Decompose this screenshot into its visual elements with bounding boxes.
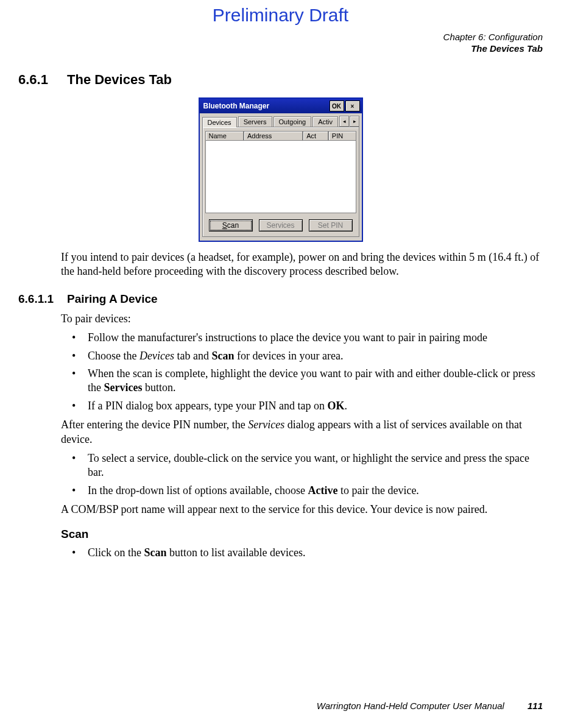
com-paragraph: A COM/BSP port name will appear next to …	[61, 503, 543, 517]
col-name[interactable]: Name	[205, 131, 244, 141]
screenshot-container: Bluetooth Manager OK × Devices Servers O…	[18, 97, 543, 242]
scan-button[interactable]: Scan	[209, 219, 253, 231]
page-footer: Warrington Hand-Held Computer User Manua…	[18, 701, 543, 711]
list-item: To select a service, double-click on the…	[72, 451, 543, 480]
tab-devices[interactable]: Devices	[202, 117, 237, 127]
intro-paragraph: If you intend to pair devices (a headset…	[61, 250, 543, 279]
heading-title: The Devices Tab	[67, 72, 172, 87]
window-titlebar: Bluetooth Manager OK ×	[200, 99, 362, 113]
tab-scroll-left-icon[interactable]: ◂	[339, 116, 349, 127]
list-item: When the scan is complete, highlight the…	[72, 367, 543, 395]
heading-number: 6.6.1	[18, 72, 67, 88]
list-item: In the drop-down list of options availab…	[72, 484, 543, 498]
scan-steps-list: Click on the Scan button to list availab…	[72, 546, 543, 560]
col-pin[interactable]: PIN	[328, 131, 356, 141]
set-pin-button[interactable]: Set PIN	[309, 219, 353, 231]
to-pair-text: To pair devices:	[61, 312, 543, 326]
tab-scroll-right-icon[interactable]: ▸	[350, 116, 359, 127]
device-list[interactable]	[205, 141, 356, 213]
heading-6-6-1-1: 6.6.1.1Pairing A Device	[18, 292, 543, 306]
tab-outgoing[interactable]: Outgoing	[273, 116, 312, 127]
devices-panel: Name Address Act PIN Scan Services Set P…	[202, 127, 359, 237]
list-item: If a PIN dialog box appears, type your P…	[72, 399, 543, 413]
col-act[interactable]: Act	[303, 131, 328, 141]
list-item: Follow the manufacturer's instructions t…	[72, 331, 543, 345]
heading-title: Pairing A Device	[67, 292, 158, 305]
col-address[interactable]: Address	[244, 131, 303, 141]
window-title: Bluetooth Manager	[202, 102, 328, 110]
tab-scroll-nav: ◂ ▸	[339, 116, 359, 127]
after-pin-paragraph: After entering the device PIN number, th…	[61, 418, 543, 447]
header-chapter: Chapter 6: Configuration	[443, 32, 543, 43]
list-item: Choose the Devices tab and Scan for devi…	[72, 349, 543, 363]
tab-strip: Devices Servers Outgoing Activ ◂ ▸	[200, 113, 362, 127]
heading-number: 6.6.1.1	[18, 292, 67, 306]
header-section: The Devices Tab	[443, 43, 543, 55]
pairing-steps-list: Follow the manufacturer's instructions t…	[72, 331, 543, 413]
button-row: Scan Services Set PIN	[205, 219, 356, 231]
page-content: 6.6.1The Devices Tab Bluetooth Manager O…	[18, 72, 543, 564]
list-header: Name Address Act PIN	[205, 131, 356, 141]
services-button[interactable]: Services	[259, 219, 303, 231]
tab-servers[interactable]: Servers	[238, 116, 272, 127]
footer-manual-title: Warrington Hand-Held Computer User Manua…	[317, 701, 504, 711]
page-header: Chapter 6: Configuration The Devices Tab	[443, 32, 543, 55]
close-button[interactable]: ×	[345, 101, 360, 111]
service-steps-list: To select a service, double-click on the…	[72, 451, 543, 498]
list-item: Click on the Scan button to list availab…	[72, 546, 543, 560]
ok-button[interactable]: OK	[330, 101, 344, 111]
heading-6-6-1: 6.6.1The Devices Tab	[18, 72, 543, 88]
bluetooth-manager-window: Bluetooth Manager OK × Devices Servers O…	[199, 97, 363, 242]
heading-scan: Scan	[61, 528, 543, 541]
footer-page-number: 111	[527, 701, 543, 711]
watermark-text: Preliminary Draft	[0, 5, 561, 26]
tab-active[interactable]: Activ	[312, 116, 338, 127]
